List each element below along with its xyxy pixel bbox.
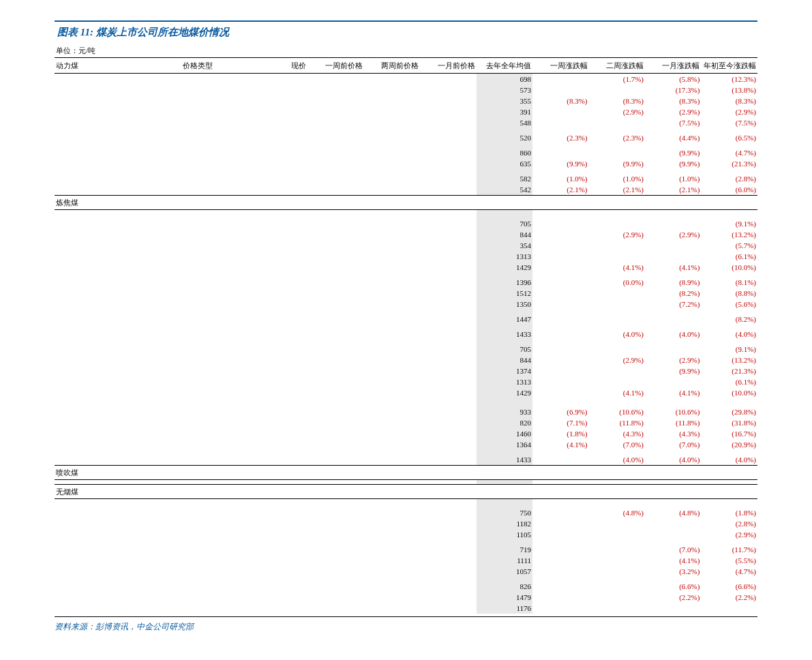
table-row: 719(7.0%)(11.7%) (55, 544, 757, 555)
cell: (9.1%) (701, 218, 757, 229)
cell (364, 74, 420, 85)
cell: (2.9%) (645, 355, 701, 365)
cell (364, 365, 420, 376)
cell (420, 365, 476, 376)
cell: (2.9%) (589, 106, 645, 117)
cell (532, 376, 588, 387)
cell (181, 566, 252, 577)
cell: 1313 (477, 251, 532, 262)
cell (55, 329, 181, 340)
cell (532, 581, 588, 592)
cell (181, 344, 252, 355)
cell (252, 85, 307, 95)
cell (364, 507, 420, 518)
cell (420, 529, 476, 540)
cell (55, 240, 181, 251)
cell: (7.2%) (645, 299, 701, 310)
cell (307, 355, 363, 365)
cell: (4.1%) (645, 262, 701, 273)
cell (252, 184, 307, 196)
cell: 520 (477, 132, 532, 143)
table-row: 391(2.9%)(2.9%)(2.9%) (55, 106, 757, 117)
cell (252, 251, 307, 262)
cell: 1447 (477, 314, 532, 325)
cell (420, 158, 476, 169)
table-row: 705(9.1%) (55, 218, 757, 229)
cell: (4.0%) (701, 329, 757, 340)
cell (532, 218, 588, 229)
cell: (4.0%) (589, 454, 645, 466)
cell (252, 417, 307, 428)
cell (55, 428, 181, 439)
cell (181, 439, 252, 450)
cell: (8.1%) (701, 277, 757, 288)
cell: 844 (477, 229, 532, 240)
cell (532, 85, 588, 95)
cell (307, 240, 363, 251)
cell: (2.9%) (589, 355, 645, 365)
cell (364, 184, 420, 196)
cell (181, 277, 252, 288)
cell: (11.7%) (701, 544, 757, 555)
cell: (8.3%) (645, 95, 701, 106)
table-row: 1429(4.1%)(4.1%)(10.0%) (55, 387, 757, 398)
cell (589, 529, 645, 540)
cell (252, 387, 307, 398)
cell (420, 299, 476, 310)
cell (252, 439, 307, 450)
cell (252, 355, 307, 365)
cell: 826 (477, 581, 532, 592)
cell (55, 518, 181, 529)
cell (181, 262, 252, 273)
col-header: 动力煤 (55, 58, 181, 74)
cell (364, 218, 420, 229)
table-row: 1057(3.2%)(4.7%) (55, 566, 757, 577)
cell (532, 365, 588, 376)
cell (252, 314, 307, 325)
cell (181, 158, 252, 169)
cell (307, 95, 363, 106)
table-row: 1313(6.1%) (55, 376, 757, 387)
cell: 582 (477, 173, 532, 184)
cell (252, 329, 307, 340)
table-row: 1182(2.8%) (55, 518, 757, 529)
cell (252, 592, 307, 603)
cell: (8.3%) (532, 95, 588, 106)
cell (532, 106, 588, 117)
cell (589, 314, 645, 325)
cell: (13.8%) (701, 85, 757, 95)
table-row: 1460(1.8%)(4.3%)(4.3%)(16.7%) (55, 428, 757, 439)
cell (364, 603, 420, 614)
cell: (2.8%) (701, 518, 757, 529)
table-row: 1364(4.1%)(7.0%)(7.0%)(20.9%) (55, 439, 757, 450)
cell (55, 288, 181, 299)
table-row: 1313(6.1%) (55, 251, 757, 262)
cell (364, 344, 420, 355)
cell (532, 518, 588, 529)
cell: 698 (477, 74, 532, 85)
cell (55, 406, 181, 417)
cell (181, 417, 252, 428)
cell (307, 74, 363, 85)
cell: (4.1%) (589, 262, 645, 273)
cell: (2.9%) (645, 106, 701, 117)
cell (532, 277, 588, 288)
cell (252, 288, 307, 299)
cell (532, 529, 588, 540)
cell (55, 566, 181, 577)
cell (532, 454, 588, 466)
cell (307, 117, 363, 128)
cell (364, 85, 420, 95)
cell (420, 344, 476, 355)
cell: (1.7%) (589, 74, 645, 85)
cell (307, 314, 363, 325)
cell (364, 251, 420, 262)
col-header: 年初至今涨跌幅 (701, 58, 757, 74)
cell (364, 314, 420, 325)
cell (364, 428, 420, 439)
cell (645, 251, 701, 262)
cell (252, 229, 307, 240)
cell (420, 277, 476, 288)
cell (420, 355, 476, 365)
cell (307, 299, 363, 310)
